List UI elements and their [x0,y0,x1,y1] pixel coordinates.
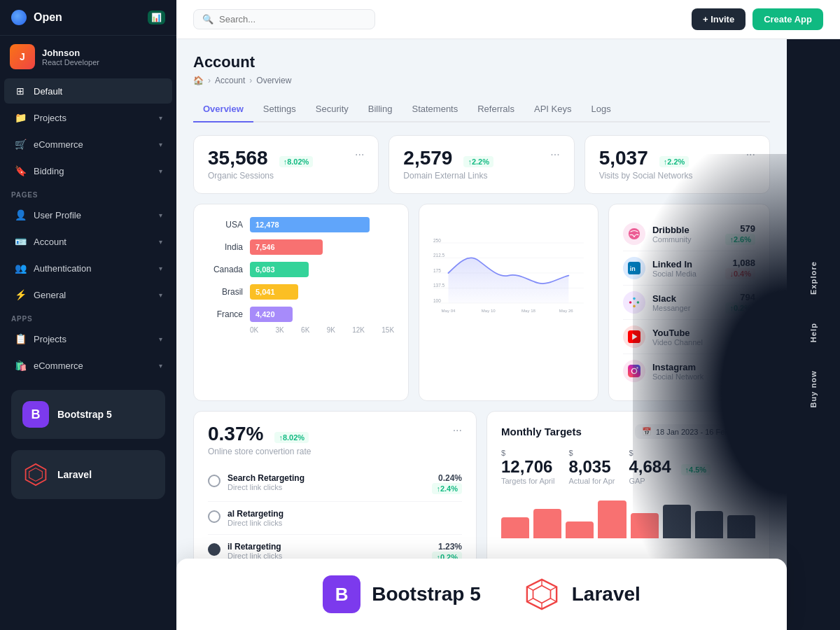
svg-text:May 18: May 18 [522,308,536,313]
laravel-logo [22,461,49,488]
linkedin-type: Social Media [652,270,713,278]
more-button[interactable]: ··· [453,424,462,437]
slack-icon [623,291,645,314]
target-value: 8,035 [568,457,615,477]
chevron-right-icon: ▾ [159,141,162,148]
sidebar-item-ecommerce-app[interactable]: 🛍️ eCommerce ▾ [4,353,172,378]
sidebar-item-label: Projects [34,113,66,123]
instagram-type: Social Network [652,372,713,381]
sidebar-item-account[interactable]: 🪪 Account ▾ [4,229,172,254]
bar-country-label: Canada [208,265,243,274]
home-icon: 🏠 [193,76,204,85]
laravel-logo-big [523,575,561,613]
bar-country-label: France [208,309,243,319]
sidebar-item-label: General [34,290,66,300]
stat-label: Domain External Links [403,171,559,181]
tab-api-keys[interactable]: API Keys [524,97,581,122]
tab-settings[interactable]: Settings [253,97,306,122]
tab-security[interactable]: Security [306,97,358,122]
pages-section-label: PAGES [0,184,176,202]
svg-marker-0 [26,464,46,485]
sidebar-item-user-profile[interactable]: 👤 User Profile ▾ [4,202,172,227]
slack-type: Messanger [652,304,713,312]
target-value: 12,706 [501,457,554,477]
tab-logs[interactable]: Logs [581,97,620,122]
search-bar[interactable]: 🔍 [193,9,375,29]
target-badge: ↑4.5% [681,464,711,475]
svg-rect-20 [633,298,636,300]
bar-row: Brasil5,041 [208,284,394,300]
dribbble-type: Community [652,235,713,244]
more-button[interactable]: ··· [550,148,559,161]
targets-mini-chart [501,496,755,538]
tab-overview[interactable]: Overview [193,97,253,122]
sidebar-item-default[interactable]: ⊞ Default [4,78,172,104]
tab-referrals[interactable]: Referrals [468,97,524,122]
svg-text:May 10: May 10 [482,308,496,313]
stat-label: Visits by Social Networks [599,171,755,181]
svg-line-34 [527,598,533,602]
svg-text:137.5: 137.5 [433,283,445,288]
search-input[interactable] [219,14,366,24]
sidebar-item-general[interactable]: ⚡ General ▾ [4,282,172,307]
retargeting-list: Search Retargeting Direct link clicks 0.… [208,466,462,570]
svg-text:250: 250 [433,238,441,243]
more-button[interactable]: ··· [746,148,755,161]
stat-badge: ↑8.02% [279,156,314,167]
sidebar-item-projects-app[interactable]: 📋 Projects ▾ [4,326,172,351]
line-chart-card: 250 212.5 175 137.5 100 [419,204,598,401]
bar-country-label: India [208,242,243,252]
stat-value: 35,568 [208,148,268,168]
tab-statements[interactable]: Statements [402,97,468,122]
target-label: Actual for Apr [568,477,615,485]
svg-text:in: in [630,265,636,272]
bar-country-label: Brasil [208,287,243,297]
user-name: Johnson [42,48,99,58]
chevron-down-icon: ▾ [159,291,162,299]
svg-text:212.5: 212.5 [433,253,445,258]
help-label[interactable]: Help [809,323,818,342]
laravel-label: Laravel [572,583,640,606]
right-panel: Explore Help Buy now [787,39,840,630]
sidebar-item-ecommerce[interactable]: 🛒 eCommerce ▾ [4,132,172,157]
conversion-label: Online store convertion rate [208,447,462,456]
sidebar-logo: Open 📊 [0,0,176,36]
target-label: Targets for April [501,477,554,485]
target-label: GAP [629,477,710,485]
svg-text:May 04: May 04 [442,308,456,313]
explore-label[interactable]: Explore [809,261,818,295]
sidebar-item-authentication[interactable]: 👥 Authentication ▾ [4,255,172,281]
invite-button[interactable]: + Invite [692,8,746,30]
buy-now-label[interactable]: Buy now [809,370,818,408]
search-icon: 🔍 [202,14,214,24]
create-app-button[interactable]: Create App [752,8,823,30]
retarget-badge: ↑2.4% [432,483,462,494]
social-networks-card: Dribbble Community 579 ↑2.6% in [608,204,770,401]
target-item-0: $ 12,706 Targets for April [501,449,554,485]
youtube-type: Video Channel [652,338,713,346]
breadcrumb-overview: Overview [256,76,291,85]
circle-icon [208,475,220,487]
sidebar-item-projects[interactable]: 📁 Projects ▾ [4,105,172,130]
topbar-right: + Invite Create App [692,8,823,30]
avatar: J [10,44,35,69]
linkedin-val: 1,088 [720,258,755,268]
breadcrumb-account[interactable]: Account [215,76,245,85]
currency: $ [568,449,615,457]
retarget-pct: 1.23% [426,542,462,552]
auth-icon: 👥 [14,262,27,274]
slack-badge: ↑0.2% [725,302,755,314]
social-row-slack: Slack Messanger 794 ↑0.2% [623,286,755,320]
more-button[interactable]: ··· [355,148,364,161]
svg-rect-21 [636,301,639,304]
bar-fill: 12,478 [250,217,370,232]
bar-track: 12,478 [250,217,394,232]
sidebar-item-bidding[interactable]: 🔖 Bidding ▾ [4,158,172,183]
tab-billing[interactable]: Billing [358,97,402,122]
stat-badge: ↑2.2% [463,156,493,167]
user-section: J Johnson React Developer [0,36,176,78]
svg-marker-29 [533,586,550,603]
laravel-promo: Laravel [11,450,165,499]
dribbble-badge: ↑2.6% [725,234,755,245]
svg-line-32 [527,587,533,590]
